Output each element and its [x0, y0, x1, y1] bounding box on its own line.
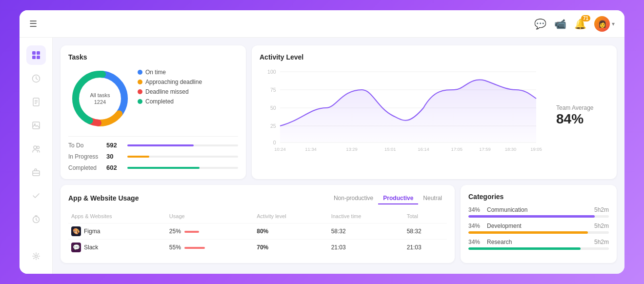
col-total: Total: [404, 211, 447, 223]
cat-bar-dev-wrap: [468, 231, 609, 234]
sidebar-item-briefcase[interactable]: [26, 162, 46, 182]
team-avg-label: Team Average: [556, 104, 594, 111]
bottom-row: App & Website Usage Non-productive Produ…: [60, 185, 617, 263]
usage-pct-slack: 55%: [166, 240, 254, 256]
svg-rect-1: [37, 51, 40, 55]
sidebar-item-users[interactable]: [26, 139, 46, 159]
app-window: ☰ 💬 📹 🔔 71 👩 ▾: [20, 10, 624, 274]
slack-icon: 💬: [71, 243, 81, 252]
activity-card: Activity Level: [252, 45, 617, 179]
topbar-left: ☰: [29, 19, 37, 29]
stat-value-completed: 602: [106, 164, 123, 171]
app-name-figma: 🎨 Figma: [68, 223, 166, 240]
usage-row-slack: 💬 Slack 55% 70% 21:03 21: [68, 240, 447, 256]
svg-point-16: [35, 255, 37, 258]
app-name-slack: 💬 Slack: [68, 240, 166, 256]
svg-text:17:05: 17:05: [451, 147, 463, 152]
stat-bar-todo-wrap: [127, 144, 238, 146]
chat-icon[interactable]: 💬: [534, 18, 546, 30]
tasks-inner: All tasks 1224 On time Approaching deadl…: [68, 67, 238, 130]
top-cards-row: Tasks: [60, 45, 617, 179]
legend-item-ontime: On time: [138, 69, 202, 76]
stat-label-completed: Completed: [68, 164, 102, 171]
sidebar-item-image[interactable]: [26, 116, 46, 135]
tab-productive[interactable]: Productive: [378, 193, 418, 204]
legend-item-completed: Completed: [138, 98, 202, 105]
menu-icon[interactable]: ☰: [29, 19, 37, 29]
figma-icon: 🎨: [71, 226, 81, 236]
content-area: Tasks: [53, 38, 624, 274]
tab-neutral[interactable]: Neutral: [418, 193, 447, 204]
total-figma: 58:32: [404, 223, 447, 240]
activity-slack: 70%: [254, 240, 328, 256]
usage-bar-figma: [184, 231, 199, 233]
stat-value-inprogress: 30: [106, 153, 123, 160]
svg-text:50: 50: [270, 105, 276, 111]
svg-point-12: [37, 146, 39, 149]
svg-text:10:24: 10:24: [274, 147, 286, 152]
legend-label-approaching: Approaching deadline: [145, 79, 202, 85]
cat-pct-res: 34%: [468, 239, 484, 245]
stat-label-inprogress: In Progress: [68, 153, 102, 160]
cat-pct-dev: 34%: [468, 223, 484, 229]
usage-bar-slack: [184, 247, 205, 249]
activity-inner: 100 75 50 25 0 10:24: [260, 67, 609, 164]
sidebar-item-clock[interactable]: [26, 69, 46, 88]
svg-rect-0: [32, 51, 36, 55]
cat-time-dev: 5h2m: [594, 223, 609, 229]
legend-label-ontime: On time: [145, 69, 166, 76]
col-usage: Usage: [166, 211, 254, 223]
donut-chart: All tasks 1224: [68, 67, 132, 130]
legend-dot-completed: [138, 99, 142, 104]
svg-text:15:01: 15:01: [384, 147, 396, 152]
usage-row-figma: 🎨 Figma 25% 80% 58:32 58: [68, 223, 447, 240]
notification-badge: 71: [581, 15, 590, 21]
activity-chart-svg: 100 75 50 25 0 10:24: [260, 67, 546, 155]
svg-text:0: 0: [273, 140, 276, 145]
donut-center-label: All tasks 1224: [84, 92, 116, 106]
sidebar-item-document[interactable]: [26, 92, 46, 112]
svg-text:11:34: 11:34: [305, 147, 317, 152]
sidebar-item-timer[interactable]: [26, 209, 46, 229]
stat-bar-completed-wrap: [127, 167, 238, 169]
categories-card: Categories 34% Communication 5h2m: [461, 185, 617, 263]
svg-text:18:30: 18:30: [505, 147, 517, 152]
usage-table-header: Apps & Websites Usage Activity level Ina…: [68, 211, 447, 223]
svg-text:17:59: 17:59: [479, 147, 491, 152]
cat-bar-res-wrap: [468, 247, 609, 250]
team-avg-value: 84%: [556, 111, 584, 127]
usage-table: Apps & Websites Usage Activity level Ina…: [68, 211, 447, 255]
sidebar-item-dashboard[interactable]: [26, 45, 46, 65]
sidebar-item-checklist[interactable]: [26, 186, 46, 205]
usage-pct-figma: 25%: [166, 223, 254, 240]
user-avatar-wrap[interactable]: 👩 ▾: [594, 16, 615, 32]
topbar-right: 💬 📹 🔔 71 👩 ▾: [534, 16, 615, 32]
tasks-card: Tasks: [60, 45, 246, 179]
topbar: ☰ 💬 📹 🔔 71 👩 ▾: [20, 10, 624, 38]
col-apps: Apps & Websites: [68, 211, 166, 223]
notification-wrap[interactable]: 🔔 71: [574, 18, 586, 30]
tasks-legend: On time Approaching deadline Deadline mi…: [138, 67, 202, 105]
stat-row-completed: Completed 602: [68, 164, 238, 171]
stat-bar-completed: [127, 167, 200, 169]
tasks-stats: To Do 592 In Progress 30: [68, 136, 238, 171]
col-inactive: Inactive time: [328, 211, 404, 223]
main-layout: Tasks: [20, 38, 624, 274]
sidebar-item-settings[interactable]: [26, 246, 46, 266]
legend-item-approaching: Approaching deadline: [138, 79, 202, 85]
cat-pct-comm: 34%: [468, 206, 484, 213]
chevron-down-icon: ▾: [612, 20, 615, 27]
cat-name-dev: Development: [487, 223, 591, 229]
legend-dot-missed: [138, 89, 142, 94]
tab-non-productive[interactable]: Non-productive: [329, 193, 378, 204]
activity-chart-area: 100 75 50 25 0 10:24: [260, 67, 546, 164]
cat-item-communication: 34% Communication 5h2m: [468, 206, 609, 218]
col-activity: Activity level: [254, 211, 328, 223]
svg-rect-3: [37, 56, 40, 59]
legend-dot-approaching: [138, 80, 142, 84]
video-icon[interactable]: 📹: [554, 18, 566, 30]
usage-title: App & Website Usage: [68, 194, 139, 202]
legend-label-completed: Completed: [145, 98, 174, 105]
cat-item-development: 34% Development 5h2m: [468, 223, 609, 234]
svg-text:100: 100: [267, 69, 276, 75]
